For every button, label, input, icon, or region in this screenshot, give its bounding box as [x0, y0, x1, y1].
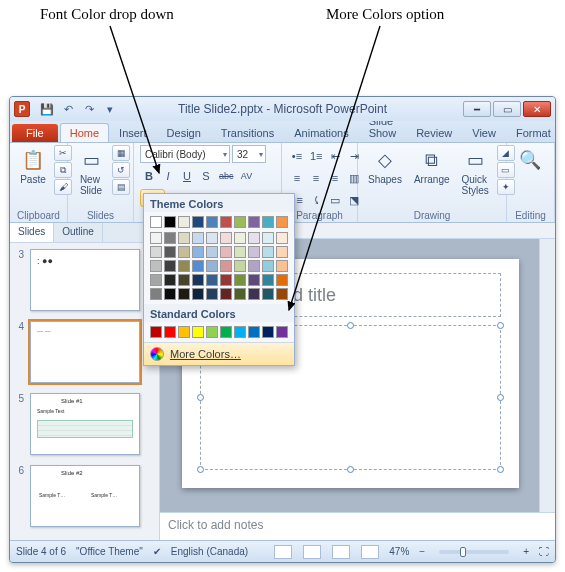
tab-design[interactable]: Design: [157, 123, 211, 142]
color-swatch[interactable]: [164, 232, 176, 244]
fit-window-button[interactable]: ⛶: [539, 546, 549, 557]
color-swatch[interactable]: [276, 260, 288, 272]
arrange-button[interactable]: ⧉ Arrange: [410, 145, 454, 187]
color-swatch[interactable]: [150, 326, 162, 338]
color-swatch[interactable]: [276, 326, 288, 338]
view-reading-button[interactable]: [332, 545, 350, 559]
color-swatch[interactable]: [206, 260, 218, 272]
color-swatch[interactable]: [276, 216, 288, 228]
color-swatch[interactable]: [150, 232, 162, 244]
color-swatch[interactable]: [262, 326, 274, 338]
font-size-combo[interactable]: 32: [232, 145, 266, 163]
editing-button[interactable]: 🔍: [513, 145, 547, 175]
color-swatch[interactable]: [220, 326, 232, 338]
color-swatch[interactable]: [192, 232, 204, 244]
pane-tab-slides[interactable]: Slides: [10, 223, 54, 242]
color-swatch[interactable]: [150, 246, 162, 258]
color-swatch[interactable]: [248, 216, 260, 228]
bullets-button[interactable]: •≡: [288, 147, 306, 165]
shadow-button[interactable]: S: [197, 167, 215, 185]
align-left-button[interactable]: ≡: [288, 169, 306, 187]
new-slide-button[interactable]: ▭ New Slide: [74, 145, 108, 198]
color-swatch[interactable]: [276, 274, 288, 286]
color-swatch[interactable]: [206, 232, 218, 244]
color-swatch[interactable]: [276, 246, 288, 258]
minimize-button[interactable]: ━: [463, 101, 491, 117]
tab-file[interactable]: File: [12, 124, 58, 142]
slide-thumbnail-selected[interactable]: — —: [30, 321, 140, 383]
reset-button[interactable]: ↺: [112, 162, 130, 178]
color-swatch[interactable]: [234, 260, 246, 272]
color-swatch[interactable]: [220, 216, 232, 228]
align-center-button[interactable]: ≡: [307, 169, 325, 187]
color-swatch[interactable]: [206, 274, 218, 286]
color-swatch[interactable]: [276, 232, 288, 244]
thumb-row[interactable]: 6 Slide #2 Sample T… Sample T…: [14, 465, 155, 527]
color-swatch[interactable]: [178, 232, 190, 244]
maximize-button[interactable]: ▭: [493, 101, 521, 117]
color-swatch[interactable]: [234, 326, 246, 338]
qat-undo-icon[interactable]: ↶: [59, 100, 77, 118]
color-swatch[interactable]: [248, 246, 260, 258]
color-swatch[interactable]: [150, 288, 162, 300]
color-swatch[interactable]: [248, 274, 260, 286]
shapes-button[interactable]: ◇ Shapes: [364, 145, 406, 187]
color-swatch[interactable]: [248, 326, 260, 338]
tab-format[interactable]: Format: [506, 123, 556, 142]
color-swatch[interactable]: [178, 288, 190, 300]
close-button[interactable]: ✕: [523, 101, 551, 117]
color-swatch[interactable]: [192, 216, 204, 228]
underline-button[interactable]: U: [178, 167, 196, 185]
color-swatch[interactable]: [192, 246, 204, 258]
color-swatch[interactable]: [220, 288, 232, 300]
color-swatch[interactable]: [248, 232, 260, 244]
color-swatch[interactable]: [178, 260, 190, 272]
color-swatch[interactable]: [248, 260, 260, 272]
thumbnail-list[interactable]: 3 : ●● 4 — — 5 Slide #1 Sample Text: [10, 243, 159, 540]
align-right-button[interactable]: ≡: [326, 169, 344, 187]
strike-button[interactable]: abc: [216, 167, 237, 185]
quick-styles-button[interactable]: ▭ Quick Styles: [458, 145, 493, 198]
color-swatch[interactable]: [262, 274, 274, 286]
color-swatch[interactable]: [220, 260, 232, 272]
char-spacing-button[interactable]: AV: [238, 167, 256, 185]
view-slideshow-button[interactable]: [361, 545, 379, 559]
color-swatch[interactable]: [192, 274, 204, 286]
color-swatch[interactable]: [262, 260, 274, 272]
paste-button[interactable]: 📋 Paste: [16, 145, 50, 187]
zoom-in-button[interactable]: +: [523, 546, 529, 557]
color-swatch[interactable]: [276, 288, 288, 300]
view-normal-button[interactable]: [274, 545, 292, 559]
color-swatch[interactable]: [262, 232, 274, 244]
color-swatch[interactable]: [234, 288, 246, 300]
color-swatch[interactable]: [164, 260, 176, 272]
color-swatch[interactable]: [164, 216, 176, 228]
color-swatch[interactable]: [164, 326, 176, 338]
color-swatch[interactable]: [220, 274, 232, 286]
numbers-button[interactable]: 1≡: [307, 147, 326, 165]
section-button[interactable]: ▤: [112, 179, 130, 195]
qat-redo-icon[interactable]: ↷: [80, 100, 98, 118]
color-swatch[interactable]: [192, 288, 204, 300]
qat-customize-icon[interactable]: ▾: [101, 100, 119, 118]
slide-thumbnail[interactable]: Slide #1 Sample Text: [30, 393, 140, 455]
slide-thumbnail[interactable]: Slide #2 Sample T… Sample T…: [30, 465, 140, 527]
color-swatch[interactable]: [262, 288, 274, 300]
view-sorter-button[interactable]: [303, 545, 321, 559]
status-language[interactable]: English (Canada): [171, 546, 248, 557]
thumb-row[interactable]: 4 — —: [14, 321, 155, 383]
color-swatch[interactable]: [206, 326, 218, 338]
color-swatch[interactable]: [262, 216, 274, 228]
color-swatch[interactable]: [206, 246, 218, 258]
color-swatch[interactable]: [150, 274, 162, 286]
color-swatch[interactable]: [192, 260, 204, 272]
indent-dec-button[interactable]: ⇤: [327, 147, 345, 165]
tab-animations[interactable]: Animations: [284, 123, 358, 142]
zoom-out-button[interactable]: −: [419, 546, 425, 557]
color-swatch[interactable]: [234, 216, 246, 228]
vertical-scrollbar[interactable]: [539, 239, 555, 512]
notes-pane[interactable]: Click to add notes: [160, 512, 555, 540]
color-swatch[interactable]: [248, 288, 260, 300]
color-swatch[interactable]: [150, 260, 162, 272]
thumb-row[interactable]: 5 Slide #1 Sample Text: [14, 393, 155, 455]
